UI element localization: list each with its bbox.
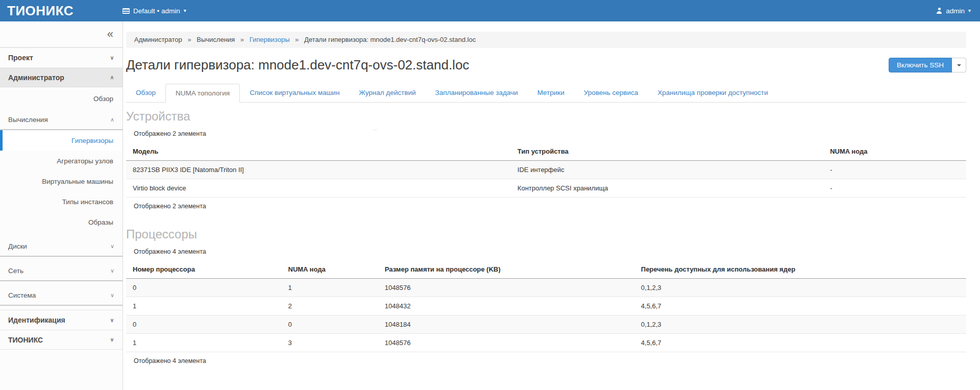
cell-available-cores: 0,1,2,3 (634, 279, 966, 297)
column-header-available-cores: Перечень доступных для использования яде… (634, 261, 966, 279)
devices-heading: Устройства (126, 109, 966, 124)
column-header-cpu-number: Номер процессора (126, 261, 282, 279)
sidebar-item-label: Система (8, 291, 36, 299)
table-row: 0 0 1048184 0,1,2,3 (126, 315, 966, 334)
sidebar-item-label: ТИОНИКС (8, 336, 43, 344)
chevron-down-icon: ∨ (110, 336, 114, 343)
processors-section: Процессоры Отображено 4 элемента Номер п… (126, 227, 966, 364)
tab-instance-list[interactable]: Список виртуальных машин (240, 84, 349, 103)
sidebar-group-system[interactable]: Система ∨ (0, 285, 122, 306)
chevron-down-icon: ∨ (110, 267, 114, 274)
chevron-down-icon: ∨ (110, 243, 114, 250)
cell-numa-node: 1 (282, 279, 378, 297)
sidebar-group-compute[interactable]: Вычисления ∧ (0, 110, 122, 130)
caret-down-icon: ▾ (184, 8, 186, 13)
cell-available-cores: 4,5,6,7 (634, 297, 966, 315)
sidebar-item-instances[interactable]: Виртуальные машины (0, 171, 122, 191)
cell-cpu-number: 1 (126, 334, 282, 352)
sidebar-item-flavors[interactable]: Типы инстансов (0, 191, 122, 212)
sidebar-item-images[interactable]: Образы (0, 212, 122, 232)
column-header-device-type: Тип устройства (511, 143, 823, 161)
sidebar-item-overview[interactable]: Обзор (0, 87, 122, 110)
user-label: admin (946, 7, 965, 15)
collapse-sidebar-icon[interactable]: « (107, 29, 113, 40)
ssh-split-button: Включить SSH (889, 58, 966, 72)
sidebar-item-label: Типы инстансов (62, 198, 113, 206)
chevron-down-icon: ∨ (110, 317, 114, 324)
cell-cpu-number: 1 (126, 297, 282, 315)
tab-numa-topology[interactable]: NUMA топология (165, 84, 240, 103)
cell-model: Virtio block device (126, 179, 511, 198)
tab-bar: Обзор NUMA топология Список виртуальных … (126, 83, 966, 103)
sidebar: « Проект ∨ Администратор ∧ Обзор Вычисле… (0, 21, 123, 390)
domain-icon (122, 8, 130, 14)
cell-memory-size: 1048576 (378, 334, 634, 352)
sidebar-item-host-aggregates[interactable]: Агрегаторы узлов (0, 151, 122, 171)
devices-table: Модель Тип устройства NUMA нода 82371SB … (126, 143, 966, 198)
processors-count-top: Отображено 4 элемента (134, 248, 966, 255)
column-header-numa-node: NUMA нода (823, 143, 966, 161)
table-row: Virtio block device Контроллер SCSI хран… (126, 179, 966, 198)
breadcrumb-separator: » (240, 36, 244, 43)
table-row: 0 1 1048576 0,1,2,3 (126, 279, 966, 297)
devices-section: Устройства Отображено 2 элемента Модель … (126, 109, 966, 210)
tab-action-log[interactable]: Журнал действий (349, 84, 425, 103)
sidebar-item-label: Сеть (8, 267, 23, 275)
page-title: Детали гипервизора: mnode1.dev-cnt7q-ovs… (126, 57, 469, 73)
cell-device-type: IDE интерфейс (511, 161, 823, 179)
breadcrumb-item-hypervisors[interactable]: Гипервизоры (250, 36, 290, 43)
cell-memory-size: 1048432 (378, 297, 634, 315)
cell-memory-size: 1048576 (378, 279, 634, 297)
tab-service-level[interactable]: Уровень сервиса (574, 84, 648, 103)
sidebar-item-tionix[interactable]: ТИОНИКС ∨ (0, 330, 122, 350)
sidebar-item-project[interactable]: Проект ∨ (0, 47, 122, 67)
breadcrumb-separator: » (295, 36, 299, 43)
tab-metrics[interactable]: Метрики (528, 84, 574, 103)
sidebar-item-label: Вычисления (8, 116, 48, 124)
ssh-dropdown-toggle[interactable] (952, 58, 966, 72)
cell-numa-node: 3 (282, 334, 378, 352)
processors-count-bottom: Отображено 4 элемента (134, 357, 966, 364)
breadcrumb-item-admin: Администратор (134, 36, 182, 43)
sidebar-item-hypervisors[interactable]: Гипервизоры (0, 130, 122, 151)
cell-device-type: Контроллер SCSI хранилища (511, 179, 823, 198)
stray-dots: .. (373, 125, 377, 131)
devices-count-bottom: Отображено 2 элемента (134, 203, 966, 210)
tab-availability-storages[interactable]: Хранилища проверки доступности (648, 84, 777, 103)
table-row: 82371SB PIIX3 IDE [Natoma/Triton II] IDE… (126, 161, 966, 179)
topbar: ТИОНИКС Default • admin ▾ admin ▾ (0, 0, 980, 21)
sidebar-item-identity[interactable]: Идентификация ∨ (0, 310, 122, 330)
tab-overview[interactable]: Обзор (126, 84, 165, 103)
cell-available-cores: 0,1,2,3 (634, 315, 966, 334)
tionix-logo[interactable]: ТИОНИКС (0, 3, 122, 19)
breadcrumb-item-current: Детали гипервизора: mnode1.dev-cnt7q-ovs… (304, 36, 476, 43)
sidebar-item-label: Образы (88, 218, 113, 226)
breadcrumb-item-compute: Вычисления (197, 36, 235, 43)
sidebar-item-label: Диски (8, 242, 27, 250)
cell-cpu-number: 0 (126, 315, 282, 334)
sidebar-group-network[interactable]: Сеть ∨ (0, 261, 122, 281)
cell-numa-node: - (823, 179, 966, 198)
devices-count-top: Отображено 2 элемента (134, 130, 966, 137)
breadcrumb-separator: » (187, 36, 191, 43)
sidebar-item-label: Виртуальные машины (42, 178, 113, 185)
caret-down-icon: ▾ (968, 8, 971, 13)
enable-ssh-button[interactable]: Включить SSH (889, 58, 952, 72)
table-row: 1 3 1048576 4,5,6,7 (126, 334, 966, 352)
project-context-menu[interactable]: Default • admin ▾ (122, 7, 186, 15)
sidebar-group-volumes[interactable]: Диски ∨ (0, 236, 122, 257)
cell-numa-node: - (823, 161, 966, 179)
sidebar-item-label: Администратор (8, 74, 64, 82)
processors-table: Номер процессора NUMA нода Размер памяти… (126, 261, 966, 352)
column-header-numa-node: NUMA нода (282, 261, 378, 279)
user-icon (936, 8, 942, 14)
chevron-up-icon: ∧ (110, 116, 114, 123)
cell-numa-node: 0 (282, 315, 378, 334)
table-row: 1 2 1048432 4,5,6,7 (126, 297, 966, 315)
cell-available-cores: 4,5,6,7 (634, 334, 966, 352)
tab-scheduled-tasks[interactable]: Запланированные задачи (425, 84, 527, 103)
sidebar-item-label: Проект (8, 54, 33, 62)
user-menu[interactable]: admin ▾ (936, 7, 980, 15)
sidebar-item-admin[interactable]: Администратор ∧ (0, 67, 122, 87)
caret-down-icon (957, 64, 961, 66)
